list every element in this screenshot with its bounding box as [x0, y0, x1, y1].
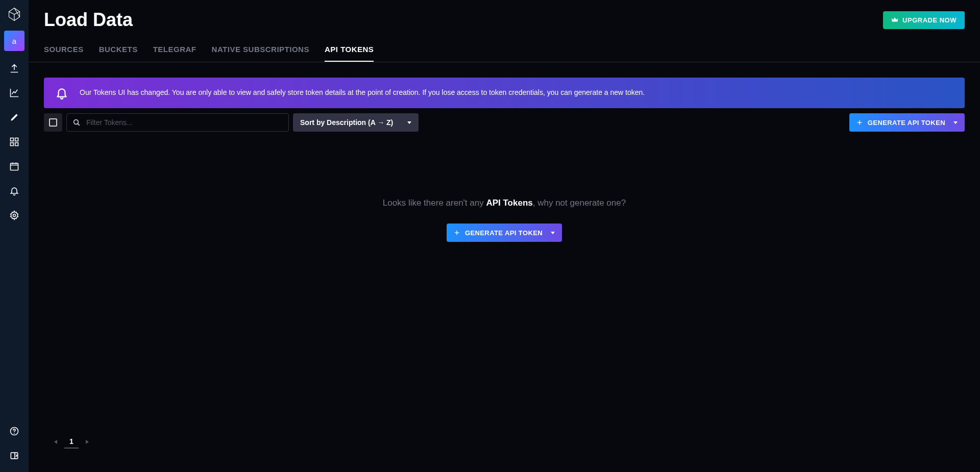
- tab-telegraf[interactable]: TELEGRAF: [153, 45, 197, 62]
- pencil-icon: [9, 112, 19, 122]
- generate-label-center: GENERATE API TOKEN: [465, 229, 543, 237]
- crown-icon: [891, 16, 898, 23]
- gear-icon: [9, 210, 19, 220]
- nav-settings[interactable]: [0, 203, 29, 228]
- bell-icon: [9, 186, 19, 196]
- filter-tokens-input[interactable]: [66, 113, 289, 132]
- tab-sources[interactable]: SOURCES: [44, 45, 84, 62]
- nav-load-data[interactable]: [0, 56, 29, 81]
- nav-data-explorer[interactable]: [0, 81, 29, 105]
- page-title: Load Data: [44, 9, 133, 31]
- upgrade-button[interactable]: UPGRADE NOW: [883, 11, 965, 29]
- empty-state: Looks like there aren't any API Tokens, …: [44, 132, 965, 432]
- sort-dropdown[interactable]: Sort by Description (A → Z): [293, 113, 419, 132]
- nav-notebooks[interactable]: [0, 105, 29, 130]
- pagination-page-current[interactable]: 1: [64, 435, 79, 449]
- svg-rect-5: [11, 143, 14, 146]
- svg-line-2: [14, 8, 20, 17]
- svg-line-12: [78, 123, 79, 125]
- svg-point-8: [13, 214, 16, 217]
- main-content: Load Data UPGRADE NOW SOURCES BUCKETS TE…: [29, 0, 980, 472]
- generate-api-token-button[interactable]: GENERATE API TOKEN: [849, 113, 965, 132]
- plus-icon: [454, 230, 460, 236]
- tab-api-tokens[interactable]: API TOKENS: [325, 45, 374, 62]
- dashboard-icon: [9, 137, 19, 147]
- svg-rect-6: [15, 143, 18, 146]
- upload-icon: [9, 63, 19, 73]
- chevron-down-icon: [551, 232, 555, 234]
- plus-icon: [856, 119, 863, 126]
- org-switcher[interactable]: a: [4, 31, 24, 51]
- chevron-down-icon: [407, 121, 411, 124]
- tab-bar: SOURCES BUCKETS TELEGRAF NATIVE SUBSCRIP…: [29, 31, 980, 62]
- influx-logo-icon: [7, 7, 21, 21]
- checkbox-unchecked-icon: [49, 118, 57, 127]
- nav-alerts[interactable]: [0, 179, 29, 203]
- empty-state-text: Looks like there aren't any API Tokens, …: [383, 198, 626, 208]
- tab-buckets[interactable]: BUCKETS: [99, 45, 138, 62]
- bell-icon: [55, 86, 68, 100]
- nav-collapse[interactable]: [0, 443, 29, 468]
- search-icon: [72, 118, 81, 127]
- pagination-prev[interactable]: [53, 440, 57, 444]
- nav-help[interactable]: [0, 419, 29, 443]
- svg-rect-7: [11, 163, 18, 170]
- sidebar-collapse-icon: [9, 451, 19, 461]
- tab-native-subscriptions[interactable]: NATIVE SUBSCRIPTIONS: [212, 45, 309, 62]
- generate-label: GENERATE API TOKEN: [868, 119, 945, 127]
- sidebar: a: [0, 0, 29, 472]
- svg-rect-4: [15, 138, 18, 141]
- svg-rect-3: [11, 138, 14, 141]
- help-icon: [9, 426, 19, 436]
- pagination: 1: [44, 432, 965, 457]
- line-chart-icon: [9, 88, 19, 98]
- banner-text: Our Tokens UI has changed. You are only …: [80, 88, 645, 98]
- upgrade-label: UPGRADE NOW: [902, 16, 957, 24]
- select-all-checkbox[interactable]: [44, 113, 62, 132]
- sort-label: Sort by Description (A → Z): [300, 118, 393, 127]
- org-letter: a: [12, 37, 16, 45]
- app-logo[interactable]: [0, 0, 29, 29]
- info-banner: Our Tokens UI has changed. You are only …: [44, 78, 965, 108]
- generate-api-token-button-center[interactable]: GENERATE API TOKEN: [447, 223, 562, 242]
- chevron-down-icon: [953, 121, 958, 124]
- calendar-icon: [9, 161, 19, 171]
- pagination-next[interactable]: [86, 440, 90, 444]
- toolbar: Sort by Description (A → Z) GENERATE API…: [44, 113, 965, 132]
- nav-dashboards[interactable]: [0, 130, 29, 154]
- nav-tasks[interactable]: [0, 154, 29, 179]
